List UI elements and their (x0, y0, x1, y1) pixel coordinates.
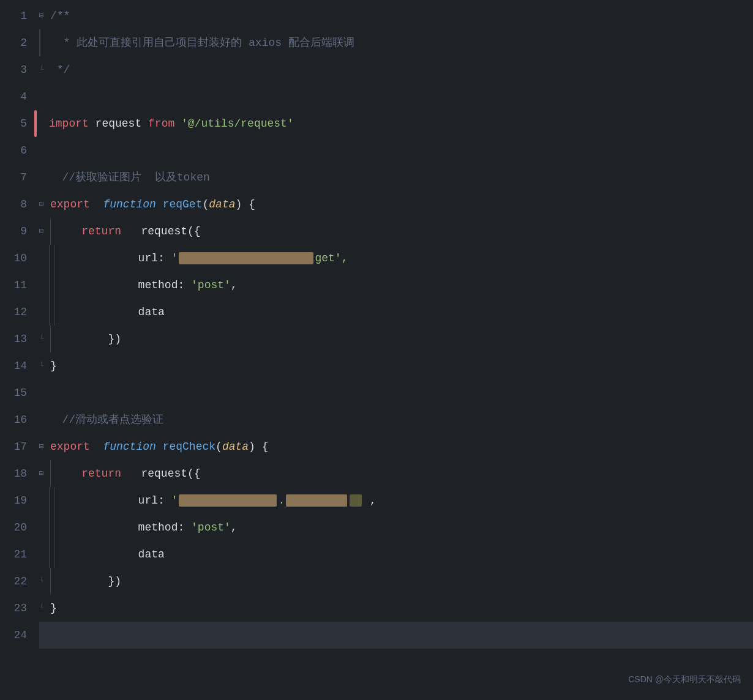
fold-icon-14: └ (39, 352, 49, 379)
line-1-text: /** (50, 2, 70, 29)
space-18: request({ (121, 460, 201, 487)
close-req-13: }) (55, 326, 121, 352)
export-kw-17: export (50, 433, 90, 460)
space-17a (90, 433, 103, 460)
code-line-20: method: 'post' , (39, 514, 753, 541)
code-line-23: └ } (39, 595, 753, 622)
import-space (174, 110, 181, 137)
import-keyword: import (49, 110, 89, 137)
comment-7: //获取验证图片 以及token (49, 164, 210, 191)
code-line-6 (39, 137, 753, 164)
code-line-24 (39, 622, 753, 649)
url-suffix-10: get', (315, 245, 348, 272)
code-line-21: data (39, 541, 753, 568)
code-line-2: * 此处可直接引用自己项目封装好的 axios 配合后端联调 (39, 29, 753, 56)
code-line-19: url: ' . , (39, 487, 753, 514)
code-line-16: //滑动或者点选验证 (39, 406, 753, 433)
redacted-url-19c (350, 494, 362, 507)
method-prop-11: method: (59, 272, 191, 299)
close-func-23: } (50, 595, 57, 622)
paren-8: ( (202, 191, 209, 218)
space-8a (90, 191, 103, 218)
import-path: '@/utils/request' (181, 110, 294, 137)
method-val-20: 'post' (191, 514, 231, 541)
comma-11: , (231, 272, 238, 299)
funcname-8: reqGet (163, 191, 203, 218)
code-line-10: url: ' get', (39, 245, 753, 272)
url-quote-open-19: ' (171, 487, 178, 514)
method-val-11: 'post' (191, 272, 231, 299)
code-line-5: import request from '@/utils/request' (39, 110, 753, 137)
redacted-url-10 (179, 252, 313, 264)
import-name: request (89, 110, 148, 137)
comma-19: , (363, 487, 376, 514)
space-8b (156, 191, 163, 218)
fold-icon-13: └ (39, 326, 49, 352)
url-quote-open-10: ' (171, 245, 178, 272)
url-prop-10: url: (59, 245, 171, 272)
code-line-1: ⊟ /** (39, 2, 753, 29)
code-line-9: ⊟ return request({ (39, 218, 753, 245)
code-lines: ⊟ /** * 此处可直接引用自己项目封装好的 axios 配合后端联调 └ *… (37, 2, 753, 649)
close-func-14: } (50, 352, 57, 379)
code-line-11: method: 'post' , (39, 272, 753, 299)
fold-icon-17[interactable]: ⊟ (39, 433, 49, 460)
function-kw-8: function (103, 191, 155, 218)
code-line-18: ⊟ return request({ (39, 460, 753, 487)
code-line-3: └ */ (39, 56, 753, 83)
active-line-marker (34, 110, 37, 137)
code-line-4 (39, 83, 753, 110)
from-keyword: from (148, 110, 174, 137)
code-line-17: ⊟ export function reqCheck ( data ) { (39, 433, 753, 460)
data-21: data (59, 541, 165, 568)
redacted-url-19a (179, 494, 277, 507)
export-kw-8: export (50, 191, 90, 218)
space-9: request({ (121, 218, 201, 245)
fold-icon-3[interactable]: └ (39, 56, 49, 83)
code-line-22: └ }) (39, 568, 753, 595)
return-kw-18: return (55, 460, 121, 487)
fold-icon-1[interactable]: ⊟ (39, 2, 49, 29)
code-line-7: //获取验证图片 以及token (39, 164, 753, 191)
url-prop-19: url: (59, 487, 171, 514)
code-line-13: └ }) (39, 326, 753, 352)
code-editor: 1 2 3 4 5 6 7 8 9 10 11 12 13 14 15 16 1… (0, 0, 753, 649)
param-17: data (222, 433, 249, 460)
line-numbers: 1 2 3 4 5 6 7 8 9 10 11 12 13 14 15 16 1… (0, 2, 37, 649)
param-8: data (209, 191, 235, 218)
fold-icon-22: └ (39, 568, 49, 595)
code-line-14: └ } (39, 352, 753, 379)
line-2-text: * 此处可直接引用自己项目封装好的 axios 配合后端联调 (50, 29, 354, 56)
code-line-15 (39, 379, 753, 406)
fold-icon-8[interactable]: ⊟ (39, 191, 49, 218)
data-12: data (59, 299, 165, 326)
comma-20: , (231, 514, 238, 541)
fold-icon-9[interactable]: ⊟ (39, 218, 49, 245)
comment-16: //滑动或者点选验证 (49, 406, 163, 433)
fold-icon-18[interactable]: ⊟ (39, 460, 49, 487)
method-prop-20: method: (59, 514, 191, 541)
code-line-8: ⊟ export function reqGet ( data ) { (39, 191, 753, 218)
code-line-12: data (39, 299, 753, 326)
funcname-17: reqCheck (163, 433, 215, 460)
close-req-22: }) (55, 568, 121, 595)
function-kw-17: function (103, 433, 155, 460)
paren-17: ( (215, 433, 222, 460)
paren-close-17: ) { (249, 433, 268, 460)
line-3-text: */ (50, 56, 70, 83)
return-kw-9: return (55, 218, 121, 245)
space-17b (156, 433, 163, 460)
paren-close-8: ) { (236, 191, 255, 218)
redacted-url-19b (286, 494, 347, 507)
fold-icon-23: └ (39, 595, 49, 622)
watermark: CSDN @今天和明天不敲代码 (628, 666, 741, 693)
url-dot-19: . (278, 487, 285, 514)
